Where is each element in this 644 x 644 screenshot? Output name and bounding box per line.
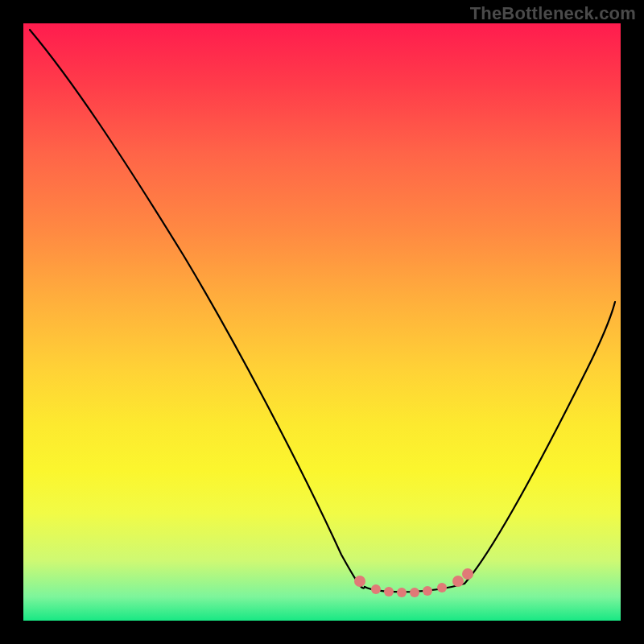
chart-stage: TheBottleneck.com [0,0,644,644]
dot [384,587,394,597]
dot [423,586,432,596]
curve-layer [23,23,621,621]
dot [437,583,447,592]
gradient-plot-area [23,23,621,621]
dot [397,588,407,597]
dot [452,576,464,587]
curve-right-branch [464,302,615,584]
dot [410,588,419,597]
dot [462,568,473,580]
curve-left-branch [30,30,365,588]
watermark-text: TheBottleneck.com [470,3,636,24]
valley-dots-group [354,568,473,597]
dot [354,576,365,587]
dot [371,584,381,594]
